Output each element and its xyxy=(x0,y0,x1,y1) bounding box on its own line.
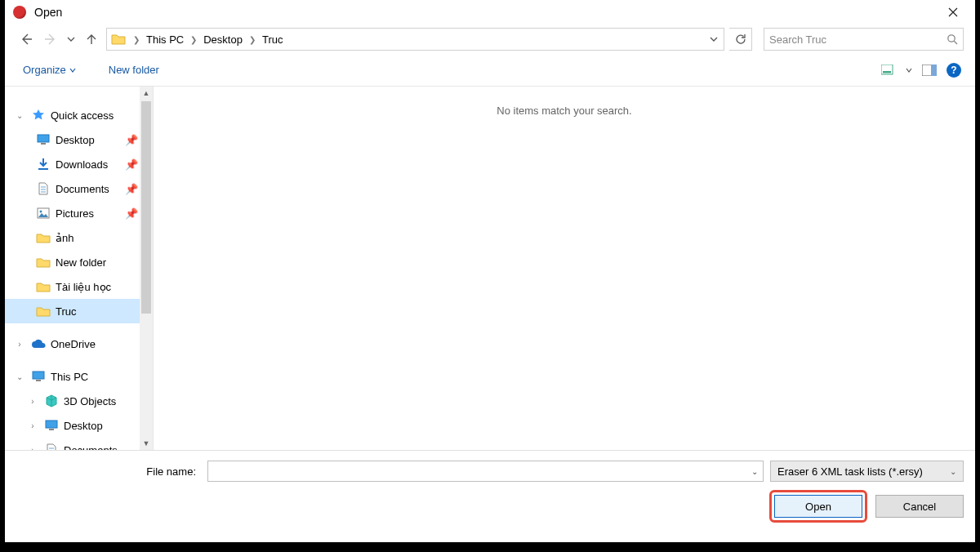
svg-point-9 xyxy=(40,211,42,213)
breadcrumb-desktop[interactable]: Desktop xyxy=(200,29,246,50)
tree-scrollbar[interactable]: ▲ ▼ xyxy=(140,87,153,450)
window-title: Open xyxy=(34,6,62,19)
cancel-label: Cancel xyxy=(903,501,936,513)
file-list-area[interactable]: No items match your search. xyxy=(154,87,975,450)
cancel-button[interactable]: Cancel xyxy=(875,495,964,518)
folder-icon xyxy=(36,255,51,269)
open-label: Open xyxy=(805,501,831,513)
chevron-right-icon: ❯ xyxy=(246,35,259,44)
empty-message: No items match your search. xyxy=(154,87,975,117)
tree-item-documents[interactable]: Documents📌 xyxy=(5,176,153,201)
filename-input[interactable]: ⌄ xyxy=(207,461,764,482)
document-icon xyxy=(44,443,59,450)
tree-item-desktop[interactable]: ›Desktop xyxy=(5,413,153,438)
download-icon xyxy=(36,157,51,171)
tree-item-downloads[interactable]: Downloads📌 xyxy=(5,152,153,176)
filename-label: File name: xyxy=(16,465,201,478)
expand-icon[interactable]: › xyxy=(26,421,39,430)
svg-point-0 xyxy=(948,35,955,42)
tree-item-ảnh[interactable]: ảnh xyxy=(5,225,153,250)
tree-quick-access[interactable]: ⌄ Quick access xyxy=(5,103,153,127)
folder-icon xyxy=(36,230,51,245)
view-options-button[interactable] xyxy=(879,60,898,80)
chevron-down-icon[interactable]: ⌄ xyxy=(950,467,956,476)
scroll-down-icon[interactable]: ▼ xyxy=(140,437,153,450)
title-bar: Open xyxy=(5,0,975,24)
scroll-up-icon[interactable]: ▲ xyxy=(140,87,153,100)
new-folder-button[interactable]: New folder xyxy=(102,54,166,86)
tree-item-new-folder[interactable]: New folder xyxy=(5,250,153,274)
svg-rect-2 xyxy=(883,71,891,73)
tree-onedrive[interactable]: › OneDrive xyxy=(5,332,153,356)
tree-label: OneDrive xyxy=(51,338,96,350)
tree-item-label: Pictures xyxy=(56,207,94,220)
organize-menu[interactable]: Organize xyxy=(16,54,82,86)
expand-icon[interactable]: › xyxy=(13,340,26,349)
close-icon[interactable] xyxy=(934,0,972,24)
file-type-filter[interactable]: Eraser 6 XML task lists (*.ersy) ⌄ xyxy=(770,461,964,482)
tree-label: Quick access xyxy=(51,109,114,122)
tree-item-label: ảnh xyxy=(56,232,74,244)
tree-item-label: Desktop xyxy=(56,134,95,146)
tree-item-documents[interactable]: ›Documents xyxy=(5,438,153,450)
expand-icon[interactable]: › xyxy=(26,397,39,406)
open-highlight: Open xyxy=(769,490,867,523)
svg-rect-4 xyxy=(931,65,937,76)
tree-item-label: New folder xyxy=(56,256,106,269)
scroll-thumb[interactable] xyxy=(141,101,151,314)
refresh-button[interactable] xyxy=(729,28,752,51)
tree-label: This PC xyxy=(51,371,88,383)
dialog-footer: File name: ⌄ Eraser 6 XML task lists (*.… xyxy=(5,450,975,531)
up-button[interactable] xyxy=(82,29,101,49)
tree-item-label: Tài liệu học xyxy=(56,281,111,293)
expand-icon[interactable]: › xyxy=(26,446,39,451)
search-icon xyxy=(947,33,958,45)
filter-label: Eraser 6 XML task lists (*.ersy) xyxy=(777,465,923,478)
tree-item-truc[interactable]: Truc xyxy=(5,299,153,323)
back-button[interactable] xyxy=(16,29,36,49)
document-icon xyxy=(36,181,51,196)
cloud-icon xyxy=(31,336,46,351)
chevron-down-icon[interactable]: ⌄ xyxy=(751,467,758,476)
view-dropdown-icon[interactable] xyxy=(903,60,915,80)
address-bar[interactable]: ❯ This PC ❯ Desktop ❯ Truc xyxy=(106,28,724,51)
breadcrumb-truc[interactable]: Truc xyxy=(259,29,287,50)
tree-item-label: Documents xyxy=(56,183,109,195)
tree-item-3d-objects[interactable]: ›3D Objects xyxy=(5,389,153,413)
breadcrumb-this-pc[interactable]: This PC xyxy=(143,29,187,50)
tree-item-label: Truc xyxy=(56,305,77,318)
pin-icon: 📌 xyxy=(125,207,138,220)
picture-icon xyxy=(36,206,51,220)
search-input[interactable]: Search Truc xyxy=(764,28,964,51)
navigation-tree: ▲ ▼ ⌄ Quick access Desktop📌Downloads📌Doc… xyxy=(5,87,154,450)
preview-pane-button[interactable] xyxy=(920,60,939,80)
pin-icon: 📌 xyxy=(125,134,138,146)
recent-locations-dropdown[interactable] xyxy=(65,29,77,49)
tree-item-desktop[interactable]: Desktop📌 xyxy=(5,127,153,152)
folder-icon xyxy=(36,304,51,318)
tree-this-pc[interactable]: ⌄ This PC xyxy=(5,364,153,389)
tree-item-pictures[interactable]: Pictures📌 xyxy=(5,201,153,225)
address-dropdown-icon[interactable] xyxy=(704,29,724,50)
app-icon xyxy=(13,6,26,19)
search-placeholder: Search Truc xyxy=(769,33,947,46)
svg-rect-11 xyxy=(36,380,41,381)
tree-item-label: 3D Objects xyxy=(64,395,116,407)
navigation-row: ❯ This PC ❯ Desktop ❯ Truc Search Truc xyxy=(5,24,975,54)
help-button[interactable]: ? xyxy=(944,60,964,80)
svg-rect-12 xyxy=(46,421,57,428)
svg-rect-6 xyxy=(41,143,46,145)
chevron-right-icon: ❯ xyxy=(187,35,200,44)
tree-item-label: Documents xyxy=(64,444,118,451)
collapse-icon[interactable]: ⌄ xyxy=(13,372,26,381)
chevron-right-icon: ❯ xyxy=(130,35,143,44)
new-folder-label: New folder xyxy=(109,64,159,76)
organize-label: Organize xyxy=(23,64,66,76)
tree-item-label: Desktop xyxy=(64,420,103,432)
collapse-icon[interactable]: ⌄ xyxy=(13,111,26,120)
tree-item-tài-liệu-học[interactable]: Tài liệu học xyxy=(5,274,153,299)
open-button[interactable]: Open xyxy=(774,495,862,518)
forward-button[interactable] xyxy=(41,29,60,49)
help-icon: ? xyxy=(947,63,961,78)
svg-rect-10 xyxy=(33,372,44,379)
